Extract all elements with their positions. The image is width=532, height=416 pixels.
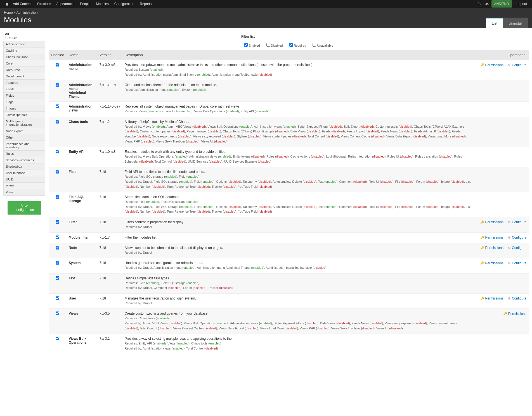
module-version: 7.18 — [97, 167, 122, 192]
module-enabled-checkbox[interactable] — [56, 220, 59, 224]
module-enabled-checkbox[interactable] — [56, 236, 59, 239]
module-version: 7.18 — [97, 217, 122, 232]
module-version: 7.x-1.2 — [97, 117, 122, 147]
check-disabled[interactable]: Disabled — [266, 44, 283, 47]
table-row: Module filter7.x-1.7Filter the modules l… — [49, 232, 529, 243]
admin-menu-item[interactable]: Configuration — [112, 0, 137, 8]
permissions-link[interactable]: 🔑 Permissions — [480, 236, 503, 239]
module-enabled-checkbox[interactable] — [56, 63, 59, 66]
admin-menu-item[interactable]: Appearance — [53, 0, 77, 8]
permissions-link[interactable]: 🔑 Permissions — [503, 312, 526, 316]
sidebar-item[interactable]: Performance and scalability — [3, 141, 45, 151]
check-enabled[interactable]: Enabled — [244, 44, 260, 47]
sidebar-item[interactable]: Fields — [3, 92, 45, 99]
module-enabled-checkbox[interactable] — [56, 120, 59, 123]
permissions-link[interactable]: 🔑 Permissions — [480, 296, 503, 300]
module-enabled-checkbox[interactable] — [56, 104, 59, 108]
th-enabled: Enabled — [49, 50, 67, 60]
permissions-link[interactable]: 🔑 Permissions — [480, 220, 503, 224]
sidebar-item[interactable]: Views — [3, 183, 45, 189]
module-enabled-checkbox[interactable] — [56, 170, 59, 173]
counter: 0 / 1 — [476, 2, 490, 6]
configure-link[interactable]: ⚙ Configure — [508, 236, 526, 239]
module-name: Administration menu Adminimal Theme — [67, 80, 97, 102]
admin-menu-item[interactable]: Modules — [93, 0, 112, 8]
module-operations: 🔑 Permissions⚙ Configure — [474, 243, 529, 258]
sidebar-item[interactable]: Chaos tool suite — [3, 54, 45, 60]
sidebar-item[interactable]: Features — [3, 80, 45, 86]
sidebar-item[interactable]: Node export — [3, 128, 45, 134]
sidebar-item[interactable]: Shadowbox — [3, 163, 45, 170]
module-enabled-checkbox[interactable] — [56, 150, 59, 153]
sidebar-item[interactable]: Development — [3, 73, 45, 80]
sidebar-item[interactable]: Services - resources — [3, 157, 45, 163]
sidebar-item[interactable]: Rules — [3, 151, 45, 157]
sidebar-item[interactable]: Other — [3, 134, 45, 141]
module-operations: 🔑 Permissions⚙ Configure — [474, 258, 529, 274]
module-description: Replaces all system object management pa… — [122, 102, 474, 117]
table-row: Views Bulk Operations7.x-3.1Provides a w… — [49, 334, 529, 354]
sidebar-item[interactable]: Javascript tools — [3, 112, 45, 118]
sidebar-item[interactable]: Images — [3, 105, 45, 112]
page-title: Modules — [4, 16, 38, 24]
permissions-link[interactable]: 🔑 Permissions — [480, 261, 503, 265]
permissions-link[interactable]: 🔑 Permissions — [480, 63, 503, 67]
admin-menu-right: 0 / 1 ANDITKO Log out — [476, 0, 530, 8]
logout-link[interactable]: Log out — [513, 0, 530, 8]
gear-icon: ⚙ — [508, 297, 511, 300]
sidebar-item[interactable]: Feeds — [3, 86, 45, 92]
module-enabled-checkbox[interactable] — [56, 195, 59, 199]
module-enabled-checkbox[interactable] — [56, 276, 59, 280]
module-enabled-checkbox[interactable] — [56, 312, 59, 315]
user-badge[interactable]: ANDITKO — [491, 0, 512, 8]
module-enabled-checkbox[interactable] — [56, 83, 59, 87]
module-description: Create customized lists and queries from… — [122, 309, 474, 334]
home-icon[interactable] — [2, 1, 9, 7]
tab-uninstall[interactable]: Uninstall — [503, 18, 528, 28]
sidebar-item[interactable]: Caching — [3, 47, 45, 54]
breadcrumb-current[interactable]: Administration — [16, 11, 38, 15]
module-description: A library of helpful tools by Merlin of … — [122, 117, 474, 147]
sidebar-item[interactable]: UUID — [3, 176, 45, 183]
table-row: Views7.x-3.5Create customized lists and … — [49, 309, 529, 334]
module-operations — [474, 192, 529, 217]
module-enabled-checkbox[interactable] — [56, 261, 59, 265]
sidebar-item[interactable]: Multilingual - Internationalization — [3, 118, 45, 128]
admin-menu-item[interactable]: Reports — [137, 0, 154, 8]
sidebar-item[interactable]: Flags — [3, 99, 45, 105]
module-description: Clean and minimal theme for the administ… — [122, 80, 474, 102]
breadcrumb-home[interactable]: Home — [4, 11, 13, 15]
sidebar-item[interactable]: Core — [3, 60, 45, 67]
module-enabled-checkbox[interactable] — [56, 296, 59, 300]
admin-menu-item[interactable]: Structure — [34, 0, 54, 8]
filter-input[interactable] — [258, 33, 336, 40]
configure-link[interactable]: ⚙ Configure — [508, 220, 526, 224]
sidebar-item[interactable]: Voting — [3, 189, 45, 196]
sidebar-item[interactable]: Date/Time — [3, 67, 45, 73]
configure-link[interactable]: ⚙ Configure — [508, 63, 526, 67]
check-unavailable[interactable]: Unavailable — [313, 44, 333, 47]
configure-link[interactable]: ⚙ Configure — [508, 261, 526, 265]
module-operations — [474, 102, 529, 117]
key-icon: 🔑 — [480, 261, 484, 265]
configure-link[interactable]: ⚙ Configure — [508, 296, 526, 300]
admin-menu-item[interactable]: Add Content — [10, 0, 34, 8]
admin-menu: Add ContentStructureAppearancePeopleModu… — [0, 0, 532, 8]
sidebar-item[interactable]: Administration — [3, 41, 45, 47]
key-icon: 🔑 — [503, 312, 507, 315]
content: All 15 of 142 AdministrationCachingChaos… — [0, 28, 532, 357]
module-enabled-checkbox[interactable] — [56, 246, 59, 249]
gear-icon: ⚙ — [508, 246, 511, 250]
sidebar-item[interactable]: User interface — [3, 170, 45, 176]
module-name: Views — [67, 309, 97, 334]
save-button[interactable]: Save configuration — [8, 201, 41, 215]
module-operations — [474, 167, 529, 192]
module-operations: 🔑 Permissions⚙ Configure — [474, 232, 529, 243]
module-enabled-checkbox[interactable] — [56, 337, 59, 340]
configure-link[interactable]: ⚙ Configure — [508, 246, 526, 250]
permissions-link[interactable]: 🔑 Permissions — [480, 246, 503, 250]
sidebar-all[interactable]: All — [3, 31, 45, 37]
check-required[interactable]: Required — [289, 44, 306, 47]
admin-menu-item[interactable]: People — [77, 0, 93, 8]
tab-list[interactable]: List — [486, 18, 503, 28]
